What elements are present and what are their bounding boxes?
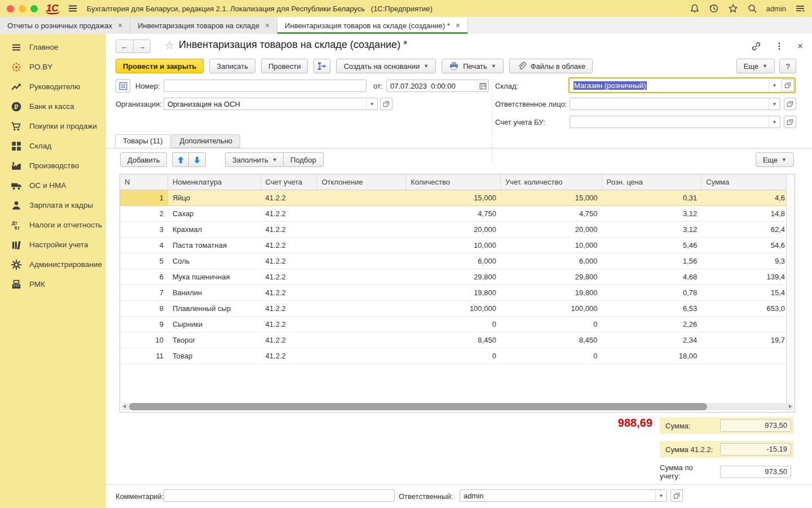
cell-price[interactable]: 2,34 (602, 332, 702, 348)
cell-n[interactable]: 5 (120, 253, 168, 269)
table-row[interactable]: 11Товар41.2.20018,00 (120, 348, 786, 364)
show-postings-button[interactable] (314, 59, 330, 73)
cell-deviation[interactable] (317, 301, 406, 316)
cell-item[interactable]: Сырники (168, 317, 261, 332)
cell-n[interactable]: 8 (120, 301, 168, 316)
cell-account[interactable]: 41.2.2 (261, 190, 317, 205)
cell-n[interactable]: 1 (120, 190, 168, 205)
close-document-icon[interactable]: × (797, 41, 803, 52)
post-button[interactable]: Провести (261, 59, 308, 73)
cell-qty[interactable]: 15,000 (406, 190, 501, 205)
organization-input[interactable]: Организация на ОСН ▼ (164, 98, 378, 110)
responsible-input[interactable]: admin ▼ (460, 489, 667, 502)
cell-price[interactable]: 3,12 (602, 206, 702, 221)
zoom-window-button[interactable] (30, 5, 38, 12)
cell-item[interactable]: Товар (168, 348, 261, 364)
cell-sum[interactable]: 653,0 (701, 301, 786, 316)
warehouse-input[interactable]: Магазин (розничный) ▼ (570, 79, 780, 91)
sidebar-item-accounting-settings[interactable]: Настройки учета (0, 235, 105, 255)
cell-deviation[interactable] (317, 348, 406, 364)
cell-account[interactable]: 41.2.2 (261, 222, 317, 237)
table-row[interactable]: 4Паста томатная41.2.210,00010,0005,4654,… (120, 238, 786, 253)
cell-account[interactable]: 41.2.2 (261, 332, 317, 348)
sidebar-item-rmk[interactable]: РМК (0, 274, 105, 294)
cell-n[interactable]: 3 (120, 222, 168, 237)
cell-account[interactable]: 41.2.2 (261, 206, 317, 221)
chevron-down-icon[interactable]: ▼ (655, 490, 667, 501)
cell-account[interactable]: 41.2.2 (261, 253, 317, 269)
sidebar-item-main[interactable]: Главное (0, 37, 105, 57)
table-row[interactable]: 10Творог41.2.28,4508,4502,3419,7 (120, 332, 786, 348)
cell-qty[interactable]: 8,450 (406, 332, 501, 348)
column-header[interactable]: Количество (406, 174, 501, 190)
column-header[interactable]: Номенклатура (168, 174, 261, 190)
cell-n[interactable]: 6 (120, 269, 168, 284)
cloud-files-button[interactable]: Файлы в облаке (509, 59, 593, 73)
create-based-on-button[interactable]: Создать на основании▼ (336, 59, 436, 73)
cell-n[interactable]: 2 (120, 206, 168, 221)
cell-acct_qty[interactable]: 100,000 (501, 301, 602, 316)
cell-sum[interactable] (701, 317, 786, 332)
more-button[interactable]: Еще▼ (736, 59, 775, 73)
scroll-right-icon[interactable] (789, 405, 792, 408)
number-input[interactable] (164, 80, 367, 92)
cell-n[interactable]: 9 (120, 317, 168, 332)
cell-deviation[interactable] (317, 253, 406, 269)
cell-price[interactable]: 0,31 (602, 190, 702, 205)
table-row[interactable]: 9Сырники41.2.2002,26 (120, 317, 786, 332)
cell-price[interactable]: 18,00 (602, 348, 702, 364)
move-up-button[interactable] (172, 152, 189, 167)
sidebar-item-production[interactable]: Производство (0, 156, 105, 176)
forward-button[interactable]: → (133, 40, 150, 52)
cell-acct_qty[interactable]: 4,750 (501, 206, 602, 221)
sidebar-item-fixed-assets[interactable]: ОС и НМА (0, 176, 105, 195)
cell-account[interactable]: 41.2.2 (261, 269, 317, 284)
cell-account[interactable]: 41.2.2 (261, 238, 317, 253)
column-header[interactable]: Отклонение (317, 174, 406, 190)
cell-qty[interactable]: 19,800 (406, 285, 501, 300)
tab-goods[interactable]: Товары (11) (115, 134, 170, 148)
notifications-icon[interactable] (690, 3, 700, 14)
post-and-close-button[interactable]: Провести и закрыть (116, 59, 204, 73)
print-button[interactable]: Печать▼ (442, 59, 504, 73)
cell-sum[interactable]: 4,6 (701, 190, 786, 205)
date-input[interactable]: 07.07.2023 0:00:00 (386, 80, 489, 92)
table-row[interactable]: 7Ванилин41.2.219,80019,8000,7815,4 (120, 285, 786, 301)
search-icon[interactable] (747, 3, 757, 14)
cell-sum[interactable]: 62,4 (701, 222, 786, 237)
account-input[interactable]: ▼ (570, 116, 780, 128)
document-notes-button[interactable] (116, 79, 130, 93)
minimize-window-button[interactable] (19, 5, 26, 12)
sidebar-item-purchases-sales[interactable]: Покупки и продажи (0, 116, 105, 136)
warehouse-open-button[interactable] (782, 79, 794, 91)
column-header[interactable]: Сумма (701, 174, 786, 190)
cell-deviation[interactable] (317, 222, 406, 237)
cell-deviation[interactable] (317, 285, 406, 300)
cell-account[interactable]: 41.2.2 (261, 285, 317, 300)
responsible-person-open-button[interactable] (784, 98, 796, 110)
scrollbar-thumb[interactable] (129, 403, 707, 410)
cell-acct_qty[interactable]: 8,450 (501, 332, 602, 348)
history-icon[interactable] (709, 3, 719, 14)
cell-deviation[interactable] (317, 206, 406, 221)
responsible-person-input[interactable]: ▼ (570, 98, 780, 110)
current-user[interactable]: admin (766, 5, 786, 13)
responsible-open-button[interactable] (670, 489, 683, 502)
scroll-left-icon[interactable] (123, 405, 126, 408)
cell-qty[interactable]: 0 (406, 317, 501, 332)
chevron-down-icon[interactable]: ▼ (769, 79, 780, 91)
favorite-star-icon[interactable]: ☆ (165, 39, 174, 52)
tab-close-icon[interactable]: × (118, 21, 122, 29)
cell-acct_qty[interactable]: 10,000 (501, 238, 602, 253)
cell-deviation[interactable] (317, 238, 406, 253)
cell-deviation[interactable] (317, 317, 406, 332)
vertical-scrollbar[interactable] (786, 174, 795, 412)
cell-price[interactable]: 5,46 (602, 238, 702, 253)
cell-price[interactable]: 3,12 (602, 222, 702, 237)
cell-acct_qty[interactable]: 19,800 (501, 285, 602, 300)
cell-acct_qty[interactable]: 20,000 (501, 222, 602, 237)
tab-close-icon[interactable]: × (456, 21, 460, 29)
cell-qty[interactable]: 29,800 (406, 269, 501, 284)
table-row[interactable]: 2Сахар41.2.24,7504,7503,1214,8 (120, 206, 786, 222)
cell-qty[interactable]: 6,000 (406, 253, 501, 269)
